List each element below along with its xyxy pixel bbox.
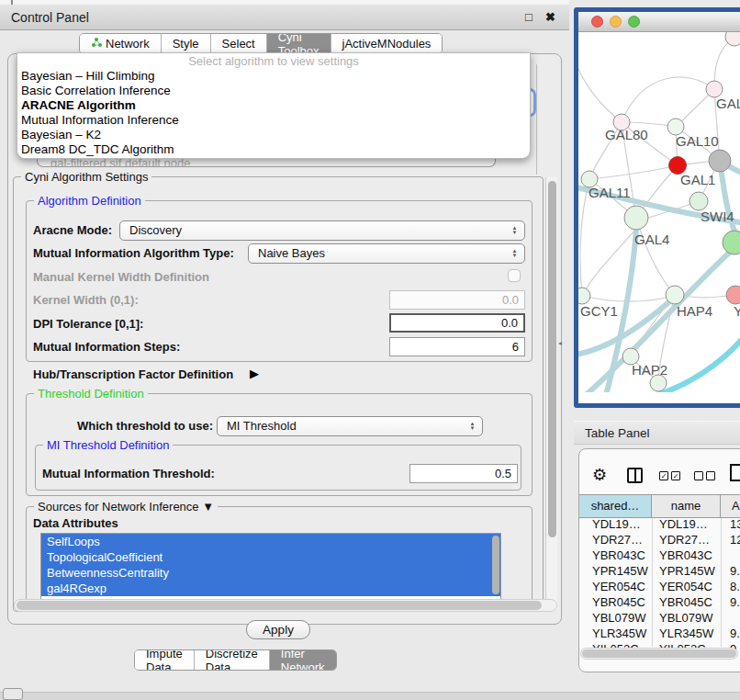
column-header-name[interactable]: name: [652, 495, 721, 517]
svg-text:GAL11: GAL11: [589, 185, 631, 200]
svg-text:Y: Y: [734, 303, 740, 319]
collapsed-panel-button[interactable]: [3, 688, 23, 700]
collapse-arrow-icon[interactable]: ▼: [202, 500, 214, 514]
manual-kernel-width-checkbox[interactable]: [508, 269, 521, 282]
dropdown-item[interactable]: Basic Correlation Inference: [21, 84, 171, 97]
tab-select[interactable]: Select: [211, 34, 267, 53]
combo-stepper-icon: ▲▼: [509, 245, 521, 262]
unselect-all-icon[interactable]: [694, 471, 715, 480]
dropdown-placeholder: Select algorithm to view settings: [17, 54, 530, 68]
table-row[interactable]: YPR145WYPR145W9.: [579, 563, 740, 579]
column-header-partial[interactable]: A: [721, 495, 740, 517]
bottom-tabbar: Impute Data Discretize Data Infer Networ…: [134, 649, 337, 671]
algorithm-dropdown-list: Select algorithm to view settings Bayesi…: [17, 52, 531, 159]
column-header-shared[interactable]: shared…: [579, 495, 652, 517]
dropdown-item-selected[interactable]: ARACNE Algorithm: [21, 98, 136, 112]
table-row[interactable]: YLR345WYLR345W9.: [579, 626, 740, 641]
node-gal4[interactable]: [624, 206, 648, 230]
table-row[interactable]: YBR045CYBR045C9.: [579, 594, 740, 610]
select-all-icon[interactable]: ✓✓: [659, 471, 680, 480]
node-gcy1[interactable]: [578, 288, 590, 304]
network-edge-cyan: [656, 335, 740, 392]
zoom-traffic-light[interactable]: [628, 16, 640, 28]
control-panel-tabbar: Network Style Select Cyni Toolbox jActiv…: [79, 33, 443, 54]
network-tab-icon: [91, 37, 102, 51]
attribute-item[interactable]: SelfLoops: [41, 534, 500, 549]
table-panel-title: Table Panel: [585, 422, 650, 446]
dropdown-item[interactable]: Bayesian – Hill Climbing: [21, 69, 155, 83]
minimize-traffic-light[interactable]: [610, 16, 622, 28]
aracne-mode-combo[interactable]: Discovery ▲▼: [119, 220, 525, 241]
table-row[interactable]: YDL19…YDL19…13: [579, 516, 740, 532]
which-threshold-combo[interactable]: MI Threshold ▲▼: [217, 416, 483, 436]
panel-splitter-handle[interactable]: ◂: [555, 338, 565, 349]
float-window-icon[interactable]: □: [525, 10, 533, 24]
node-hap4[interactable]: [666, 286, 684, 304]
aracne-mode-label: Aracne Mode:: [33, 223, 112, 237]
dropdown-item[interactable]: Dream8 DC_TDC Algorithm: [21, 142, 174, 156]
mi-threshold-field[interactable]: 0.5: [409, 464, 518, 483]
control-panel-titlebar: Control Panel □ ✖: [0, 5, 569, 30]
node-swi4[interactable]: [690, 192, 708, 210]
node[interactable]: [725, 32, 740, 46]
hub-definition-label: Hub/Transcription Factor Definition: [33, 367, 233, 381]
svg-text:HAP4: HAP4: [677, 303, 712, 319]
attribute-item[interactable]: TopologicalCoefficient: [41, 549, 500, 565]
mi-steps-label: Mutual Information Steps:: [33, 340, 180, 354]
which-threshold-label: Which threshold to use:: [77, 419, 213, 433]
gear-icon[interactable]: ⚙: [592, 465, 607, 485]
svg-text:GAL: GAL: [716, 96, 740, 111]
tab-jactivemnodules[interactable]: jActiveMNodules: [331, 34, 443, 53]
tab-discretize-data[interactable]: Discretize Data: [195, 650, 270, 670]
screen: Control Panel □ ✖ Network Style Select C…: [0, 0, 740, 700]
dpi-tolerance-field[interactable]: 0.0: [389, 313, 525, 333]
kernel-width-label: Kernel Width (0,1):: [33, 293, 139, 307]
network-canvas[interactable]: GAL GAL80 GAL10 GAL1 GAL11 SWI4 GAL4 GCY…: [578, 32, 740, 392]
node-gray[interactable]: [709, 150, 731, 172]
control-panel-title: Control Panel: [11, 5, 89, 30]
tab-network[interactable]: Network: [80, 34, 162, 53]
kernel-width-field[interactable]: 0.0: [389, 290, 525, 310]
tab-style[interactable]: Style: [162, 34, 211, 53]
svg-text:GAL1: GAL1: [680, 172, 715, 187]
settings-horizontal-scrollbar[interactable]: [14, 599, 557, 612]
settings-scrollbar-thumb[interactable]: [548, 181, 556, 537]
dpi-tolerance-label: DPI Tolerance [0,1]:: [33, 317, 143, 331]
attributes-scrollbar[interactable]: [491, 534, 500, 602]
table-row[interactable]: YBL079WYBL079W: [579, 610, 740, 626]
mi-algorithm-type-combo[interactable]: Naive Bayes ▲▼: [248, 243, 525, 264]
table-header-row: shared… name A: [579, 494, 740, 518]
settings-hscrollbar-thumb[interactable]: [17, 601, 542, 610]
table-row[interactable]: YER054CYER054C8.: [579, 579, 740, 594]
svg-text:GCY1: GCY1: [580, 303, 618, 319]
data-attributes-list: SelfLoops TopologicalCoefficient Between…: [40, 533, 501, 603]
tab-cyni-toolbox[interactable]: Cyni Toolbox: [267, 34, 331, 53]
table-row[interactable]: YBR043CYBR043C: [579, 548, 740, 563]
tab-infer-network[interactable]: Infer Network: [270, 650, 336, 670]
settings-vertical-scrollbar[interactable]: [545, 177, 557, 609]
svg-text:HAP2: HAP2: [632, 362, 667, 378]
svg-text:GAL4: GAL4: [634, 231, 669, 247]
expand-arrow-icon[interactable]: ▶: [250, 367, 259, 380]
svg-text:GAL10: GAL10: [676, 133, 719, 149]
node-bright-green[interactable]: [723, 231, 740, 254]
table-hscrollbar-thumb[interactable]: [582, 649, 736, 658]
tab-impute-data[interactable]: Impute Data: [135, 650, 195, 670]
table-horizontal-scrollbar[interactable]: [580, 648, 738, 660]
close-window-icon[interactable]: ✖: [545, 10, 555, 24]
apply-button[interactable]: Apply: [246, 620, 310, 639]
network-view-window: GAL GAL80 GAL10 GAL1 GAL11 SWI4 GAL4 GCY…: [574, 7, 740, 408]
column-layout-icon[interactable]: [627, 468, 643, 483]
dropdown-item[interactable]: Bayesian – K2: [21, 128, 101, 141]
attributes-scrollbar-thumb[interactable]: [492, 536, 499, 594]
attribute-item[interactable]: gal4RGexp: [41, 581, 500, 596]
attribute-item[interactable]: BetweennessCentrality: [41, 565, 500, 581]
close-traffic-light[interactable]: [591, 16, 603, 28]
node-salmon[interactable]: [726, 286, 740, 304]
mi-steps-field[interactable]: 6: [389, 337, 525, 356]
tab-network-label: Network: [106, 37, 150, 51]
svg-text:SWI4: SWI4: [701, 209, 734, 224]
table-row[interactable]: YDR27…YDR27…12: [579, 532, 740, 548]
dropdown-item[interactable]: Mutual Information Inference: [21, 113, 179, 127]
document-icon[interactable]: [730, 464, 740, 481]
